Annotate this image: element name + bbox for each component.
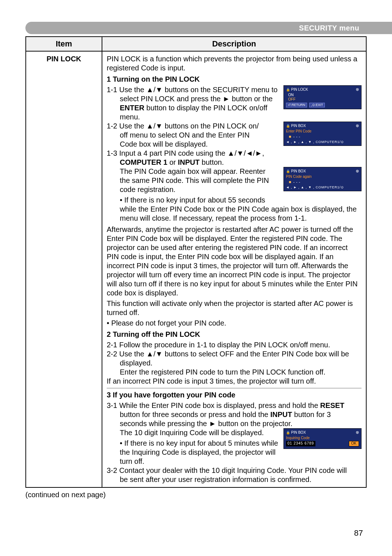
para4: • Please do not forget your PIN code. xyxy=(107,319,362,328)
step-1-2-text: 1-2 Use the ▲/▼ buttons on the PIN LOCK … xyxy=(107,122,280,167)
s1-3d: the same PIN code. This will complete th… xyxy=(107,176,280,185)
para2: Afterwards, anytime the projector is res… xyxy=(107,225,362,298)
header-bar: SECURITY menu xyxy=(25,22,392,34)
osd-nav2: ◄ , ► , ▲ , ▼ , COMPUTER1/⊙ xyxy=(286,185,359,189)
osd-code-row2: ■--- xyxy=(288,180,359,185)
s1-2c: Code box will be displayed. xyxy=(107,140,280,149)
osd-return: ⏎:RETURN xyxy=(286,103,307,107)
s1-3a: 1-3 Input a 4 part PIN code using the ▲/… xyxy=(107,149,280,158)
item-cell: PIN LOCK xyxy=(26,51,102,487)
close-icon xyxy=(356,169,359,174)
osd-pinlock-menu: PIN LOCK ON OFF ⏎:RETURN,⊙:EXIT xyxy=(283,85,362,109)
s1-1c: ENTER button to display the PIN LOCK on/… xyxy=(107,103,280,113)
osd-ok-button: OK xyxy=(349,441,359,446)
s3-2b: be sent after your user registration inf… xyxy=(107,475,362,484)
osd-title3: PIN BOX xyxy=(291,169,356,174)
header-title: SECURITY menu xyxy=(299,24,359,32)
s3-note: • If there is no key input for about 5 m… xyxy=(107,439,280,466)
step-3-row: The 10 digit Inquiring Code will be disp… xyxy=(107,428,362,466)
s1-note1b: while the Enter PIN Code box or the PIN … xyxy=(107,205,362,223)
table-row: PIN LOCK PIN LOCK is a function which pr… xyxy=(26,51,366,487)
s3-1c: seconds while pressing the ► button on t… xyxy=(107,419,362,428)
close-icon xyxy=(356,123,359,128)
description-table: Item Description PIN LOCK PIN LOCK is a … xyxy=(25,36,367,488)
description-cell: PIN LOCK is a function which prevents th… xyxy=(102,51,366,487)
s3-1a: 3-1 While the Enter PIN code box is disp… xyxy=(107,401,362,410)
osd-inq-code: 01 2345 6789 xyxy=(286,441,315,446)
s2-2a: 2-2 Use the ▲/▼ buttons to select OFF an… xyxy=(107,349,362,359)
s1-2b: off menu to select ON and the Enter PIN xyxy=(107,131,280,140)
s3-1b: button for three seconds or press and ho… xyxy=(107,410,362,419)
step-1-2-row: 1-2 Use the ▲/▼ buttons on the PIN LOCK … xyxy=(107,122,362,167)
page-number: 87 xyxy=(354,528,363,538)
osd-title2: PIN BOX xyxy=(291,124,356,128)
section-1-title: 1 Turning on the PIN LOCK xyxy=(107,75,362,84)
s1-3e: code registration. xyxy=(107,185,280,194)
s1-1b: select PIN LOCK and press the ► button o… xyxy=(107,94,280,103)
osd-title: PIN LOCK xyxy=(291,87,356,92)
step-3-text: The 10 digit Inquiring Code will be disp… xyxy=(107,428,280,466)
step-1-3-row: The PIN Code again box will appear. Reen… xyxy=(107,167,362,205)
col-header-desc: Description xyxy=(102,37,366,51)
step-1-1-row: 1-1 Use the ▲/▼ buttons on the SECURITY … xyxy=(107,85,362,122)
content-area: Item Description PIN LOCK PIN LOCK is a … xyxy=(25,36,367,499)
close-icon xyxy=(356,430,359,435)
separator xyxy=(107,388,362,388)
osd-inquiring: PIN BOX Inquiring Code 01 2345 6789 OK xyxy=(283,428,362,449)
osd-again-label: PIN Code again xyxy=(286,175,359,179)
osd-pin-again: PIN BOX PIN Code again ■--- ◄ , ► , ▲ , … xyxy=(283,167,362,191)
section-3-title: 3 If you have forgotten your PIN code xyxy=(107,391,362,400)
close-icon xyxy=(356,87,359,92)
osd-on: ON xyxy=(286,93,359,98)
osd-nav: ◄ , ► , ▲ , ▼ , COMPUTER1/⊙ xyxy=(286,140,359,144)
osd-enter-label: Enter PIN Code xyxy=(286,129,359,134)
lock-icon xyxy=(286,169,291,174)
lock-icon xyxy=(286,430,291,435)
para3: This function will activate only when th… xyxy=(107,299,362,317)
s1-3b: COMPUTER 1 or INPUT button. xyxy=(107,158,280,167)
step-1-1-text: 1-1 Use the ▲/▼ buttons on the SECURITY … xyxy=(107,85,280,122)
s1-2a: 1-2 Use the ▲/▼ buttons on the PIN LOCK … xyxy=(107,122,280,131)
intro-text: PIN LOCK is a function which prevents th… xyxy=(107,54,362,73)
section-2-title: 2 Turning off the PIN LOCK xyxy=(107,330,362,339)
osd-inq-label: Inquiring Code xyxy=(286,436,359,441)
s1-3c: The PIN Code again box will appear. Reen… xyxy=(107,167,280,176)
osd-code-row: ■--- xyxy=(288,134,359,139)
osd-enter-pin: PIN BOX Enter PIN Code ■--- ◄ , ► , ▲ , … xyxy=(283,122,362,146)
osd-exit: ,⊙:EXIT xyxy=(309,103,325,107)
s3-1d: The 10 digit Inquiring Code will be disp… xyxy=(107,428,280,437)
continued-label: (continued on next page) xyxy=(25,491,367,499)
step-1-3-text: The PIN Code again box will appear. Reen… xyxy=(107,167,280,205)
s1-note1: • If there is no key input for about 55 … xyxy=(107,196,280,205)
s3-2a: 3-2 Contact your dealer with the 10 digi… xyxy=(107,466,362,475)
s1-1a: 1-1 Use the ▲/▼ buttons on the SECURITY … xyxy=(107,85,280,94)
col-header-item: Item xyxy=(26,37,102,51)
lock-icon xyxy=(286,124,291,128)
s2-2b: displayed. xyxy=(107,359,362,368)
osd-title4: PIN BOX xyxy=(291,430,356,435)
osd-off: OFF xyxy=(286,97,359,102)
s2-2c: Enter the registered PIN code to turn th… xyxy=(107,368,362,377)
s2-3: If an incorrect PIN code is input 3 time… xyxy=(107,377,362,386)
lock-icon xyxy=(286,87,291,92)
s2-1: 2-1 Follow the procedure in 1-1 to displ… xyxy=(107,340,362,349)
s1-1d: menu. xyxy=(107,113,280,122)
